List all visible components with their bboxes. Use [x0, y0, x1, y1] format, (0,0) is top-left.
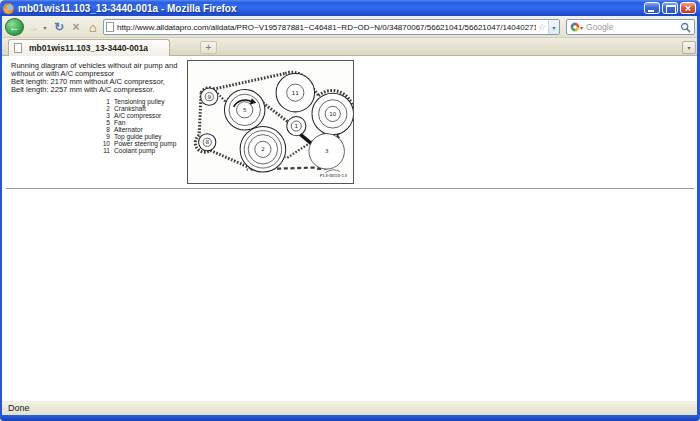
legend-row: 8 Alternator [97, 126, 176, 133]
status-bar: Done [2, 400, 697, 415]
pulley-label: 5 [243, 107, 247, 113]
home-icon: ⌂ [89, 20, 97, 35]
navigation-toolbar: ← → ▾ ↻ × ⌂ http://www.alldatapro.com/al… [2, 16, 697, 38]
pulley-label: 10 [329, 111, 337, 117]
url-input[interactable]: http://www.alldatapro.com/alldata/PRO~V1… [103, 19, 560, 35]
forward-icon: → [28, 21, 39, 33]
page-icon [106, 22, 114, 32]
chevron-down-icon: ▾ [687, 44, 690, 51]
maximize-button[interactable] [662, 2, 678, 14]
refresh-button[interactable]: ↻ [51, 18, 67, 36]
tab-strip: mb01wis11.103_13-3440-001a + ▾ [2, 38, 697, 56]
page-content: Running diagram of vehicles without air … [2, 56, 697, 400]
pulley-label: 1 [295, 123, 299, 129]
tab-list-dropdown[interactable]: ▾ [682, 41, 696, 54]
stop-icon: × [72, 20, 79, 34]
pulley-label: 8 [205, 139, 209, 145]
content-divider [6, 188, 694, 189]
search-input[interactable]: ▾ Google [566, 19, 695, 35]
legend-row: 5 Fan [97, 119, 176, 126]
pulley-label: 9 [207, 94, 211, 100]
search-engine-dropdown[interactable]: ▾ [580, 24, 583, 31]
pulley-label: 3 [325, 148, 329, 154]
bookmark-star-icon[interactable]: ☆ [538, 22, 546, 32]
back-icon: ← [9, 19, 20, 35]
window-border-bottom [0, 415, 700, 421]
legend-row: 9 Top guide pulley [97, 133, 176, 140]
belt-diagram-svg: 9 5 11 10 1 8 2 3 P13-0010-13 [188, 61, 353, 183]
search-placeholder: Google [586, 22, 680, 32]
forward-dropdown[interactable]: ▾ [41, 18, 49, 36]
browser-window: mb01wis11.103_13-3440-001a - Mozilla Fir… [0, 0, 700, 421]
parts-legend: 1 Tensioning pulley 2 Crankshaft 3 A/C c… [97, 98, 176, 154]
legend-row: 1 Tensioning pulley [97, 98, 176, 105]
minimize-button[interactable] [644, 2, 660, 14]
close-button[interactable]: × [680, 2, 696, 14]
url-text: http://www.alldatapro.com/alldata/PRO~V1… [117, 23, 536, 32]
pulley-label: 2 [261, 146, 265, 152]
legend-row: 10 Power steering pump [97, 140, 176, 147]
chevron-down-icon: ▾ [43, 24, 46, 31]
legend-row: 3 A/C compressor [97, 112, 176, 119]
back-button[interactable]: ← [5, 18, 24, 36]
status-text: Done [8, 403, 30, 413]
description-line: Belt length: 2257 mm with A/C compressor… [11, 86, 193, 94]
firefox-icon [3, 3, 14, 14]
forward-button[interactable]: → [26, 18, 41, 36]
legend-row: 2 Crankshaft [97, 105, 176, 112]
new-tab-button[interactable]: + [200, 41, 217, 54]
home-button[interactable]: ⌂ [85, 18, 101, 36]
tab-favicon [14, 43, 22, 53]
google-logo-icon[interactable] [570, 22, 580, 32]
description-text: Running diagram of vehicles without air … [11, 62, 193, 94]
figure-code: P13-0010-13 [320, 173, 348, 178]
tab-label: mb01wis11.103_13-3440-001a [29, 43, 148, 53]
stop-button[interactable]: × [68, 18, 84, 36]
pulley-label: 11 [292, 90, 300, 96]
belt-routing-diagram: 9 5 11 10 1 8 2 3 P13-0010-13 [187, 60, 354, 184]
refresh-icon: ↻ [54, 20, 64, 34]
titlebar: mb01wis11.103_13-3440-001a - Mozilla Fir… [0, 0, 700, 16]
legend-row: 11 Coolant pump [97, 147, 176, 154]
window-title: mb01wis11.103_13-3440-001a - Mozilla Fir… [18, 3, 236, 14]
tab-active[interactable]: mb01wis11.103_13-3440-001a [8, 39, 170, 56]
search-icon[interactable] [680, 22, 691, 33]
chevron-down-icon: ▾ [552, 24, 555, 31]
urlbar-history-dropdown[interactable]: ▾ [548, 19, 559, 35]
